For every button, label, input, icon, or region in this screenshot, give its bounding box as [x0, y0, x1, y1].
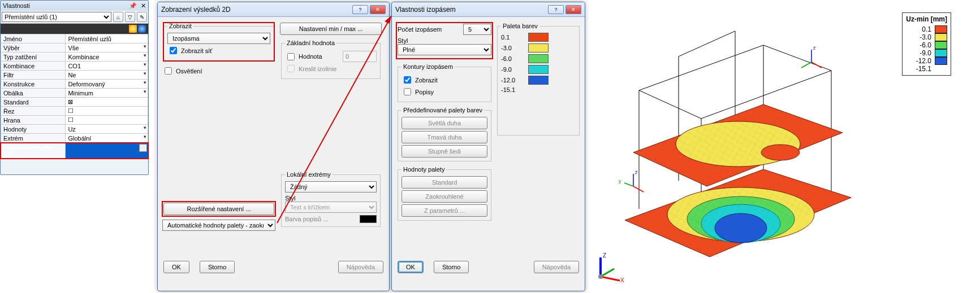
legend-row: -15.1: [906, 65, 947, 73]
swatch-icon[interactable]: [129, 25, 137, 33]
prop-value[interactable]: Deformovaný: [66, 80, 148, 89]
toolbar-btn-3[interactable]: ✎: [137, 12, 147, 22]
chk-contour-show-input[interactable]: [404, 76, 411, 84]
help-icon[interactable]: ?: [352, 5, 368, 14]
btn-help[interactable]: Nápověda: [338, 261, 383, 273]
toolbar-btn-1[interactable]: ⌂: [113, 12, 123, 22]
btn-grey: Stupně šedi: [402, 145, 487, 158]
band-style-select[interactable]: Plné: [398, 44, 491, 55]
style-select: Text s křížkem: [285, 202, 377, 213]
palette-row[interactable]: -3.0: [501, 43, 576, 53]
chk-show-mesh-input[interactable]: [170, 47, 177, 54]
palette-row[interactable]: -9.0: [501, 65, 576, 74]
group-palette-values-legend: Hodnoty palety: [402, 166, 446, 173]
chk-contour-show-label: Zobrazit: [415, 77, 438, 84]
pin-icon[interactable]: 📌: [129, 2, 137, 9]
palette-row[interactable]: -15.1: [501, 86, 576, 93]
prop-value[interactable]: Minimum: [66, 89, 148, 98]
legend-swatch: [935, 25, 947, 33]
group-predef-palette-legend: Předdefinované palety barev: [402, 107, 484, 113]
palette-mode-select[interactable]: Automatické hodnoty palety - zaokrouhl: [162, 220, 275, 231]
legend-title: Uz-min [mm]: [906, 15, 947, 23]
group-palette-values: Hodnoty palety Standard Zaokrouhlené Z p…: [398, 166, 491, 221]
close-icon[interactable]: ✕: [141, 2, 146, 9]
group-base-value: Základní hodnota Hodnota Kreslit izolini…: [281, 40, 381, 79]
prop-value[interactable]: ⊠: [66, 98, 148, 107]
btn-cancel[interactable]: Storno: [434, 261, 469, 273]
prop-value[interactable]: Vše: [66, 43, 148, 53]
prop-label: Standard: [1, 98, 66, 107]
style-label: Styl: [285, 195, 377, 202]
swatch-icon[interactable]: [138, 25, 146, 33]
btn-ok[interactable]: OK: [398, 261, 424, 273]
close-icon[interactable]: ✕: [565, 5, 581, 14]
chk-show-mesh[interactable]: Zobrazit síť: [167, 45, 270, 56]
close-icon[interactable]: ✕: [370, 5, 386, 14]
prop-value[interactable]: Globální: [66, 134, 148, 143]
input-value: [343, 51, 377, 62]
ellipsis-button[interactable]: ...: [139, 144, 147, 152]
legend-value: -15.1: [912, 65, 931, 73]
btn-advanced-settings[interactable]: Rozšířené nastavení ...: [163, 203, 274, 215]
help-icon[interactable]: ?: [548, 5, 564, 14]
local-extreme-select[interactable]: Žádný: [285, 181, 377, 193]
properties-object-select[interactable]: Přemístění uzlů (1): [2, 12, 111, 22]
chk-value-label: Hodnota: [299, 53, 322, 60]
properties-panel: Vlastnosti 📌 ✕ Přemístění uzlů (1) ⌂ ▽ ✎…: [0, 0, 149, 175]
svg-line-29: [601, 277, 620, 281]
btn-help[interactable]: Nápověda: [534, 261, 579, 273]
chk-lighting-input[interactable]: [165, 67, 172, 75]
model-view[interactable]: z z y Z X Uz-min [mm] 0.1-3.0-6.0-9.0-12…: [594, 6, 956, 288]
palette-row[interactable]: -12.0: [501, 76, 576, 85]
prop-value[interactable]: ☐: [66, 107, 148, 116]
color-swatch[interactable]: [360, 215, 377, 223]
btn-cancel[interactable]: Storno: [200, 261, 235, 273]
chk-value[interactable]: Hodnota: [285, 51, 377, 62]
model-svg: z z y: [594, 6, 956, 288]
palette-swatch[interactable]: [528, 54, 549, 63]
chk-contour-labels-label: Popisy: [415, 89, 434, 95]
svg-marker-17: [625, 169, 851, 257]
btn-light-rainbow: Světlá duha: [402, 117, 487, 129]
btn-min-max[interactable]: Nastavení min / max ...: [280, 23, 382, 35]
prop-label: Filtr: [1, 71, 66, 80]
chk-value-input[interactable]: [287, 53, 295, 60]
axis-gizmo[interactable]: Z X: [594, 250, 628, 283]
dialog2-titlebar[interactable]: Vlastnosti izopásem ? ✕: [392, 2, 585, 17]
label-style: Styl: [398, 37, 491, 44]
chk-isolines[interactable]: Kreslit izolinie: [285, 63, 377, 74]
prop-value[interactable]: Uz: [66, 125, 148, 134]
palette-row[interactable]: -6.0: [501, 54, 576, 63]
toolbar-btn-2[interactable]: ▽: [125, 12, 135, 22]
palette-swatch[interactable]: [528, 33, 549, 42]
prop-value[interactable]: Kombinace: [66, 53, 148, 62]
prop-value[interactable]: Přemístění uzlů: [66, 34, 148, 43]
prop-value[interactable]: ☐: [66, 116, 148, 125]
group-contours-legend: Kontury izopásem: [402, 63, 455, 70]
legend-value: -6.0: [912, 41, 931, 49]
result-legend: Uz-min [mm] 0.1-3.0-6.0-9.0-12.0-15.1: [902, 12, 951, 76]
chk-show-mesh-label: Zobrazit síť: [181, 47, 212, 54]
chk-lighting[interactable]: Osvětlení: [162, 65, 275, 76]
svg-line-24: [633, 186, 644, 192]
palette-swatch[interactable]: [528, 76, 549, 85]
palette-value: -3.0: [501, 45, 524, 51]
band-count-select[interactable]: 5: [463, 24, 491, 35]
dialog1-titlebar[interactable]: Zobrazení výsledků 2D ? ✕: [158, 2, 389, 17]
prop-value[interactable]: CO1: [66, 62, 148, 71]
chk-contour-show[interactable]: Zobrazit: [402, 75, 487, 85]
properties-title-bar[interactable]: Vlastnosti 📌 ✕: [1, 1, 148, 11]
legend-swatch: [935, 33, 947, 41]
palette-swatch[interactable]: [528, 43, 549, 53]
group-palette-legend: Paleta barev: [501, 23, 539, 29]
prop-label: Kombinace: [1, 62, 66, 71]
palette-row[interactable]: 0.1: [501, 33, 576, 42]
svg-text:z: z: [813, 45, 816, 51]
display-type-select[interactable]: Izopásma: [167, 33, 270, 44]
prop-2d-drawing-value[interactable]: ...: [66, 143, 148, 159]
prop-value[interactable]: Ne: [66, 71, 148, 80]
btn-ok[interactable]: OK: [163, 261, 189, 273]
chk-contour-labels-input[interactable]: [404, 88, 411, 95]
chk-contour-labels[interactable]: Popisy: [402, 86, 487, 97]
palette-swatch[interactable]: [528, 65, 549, 74]
